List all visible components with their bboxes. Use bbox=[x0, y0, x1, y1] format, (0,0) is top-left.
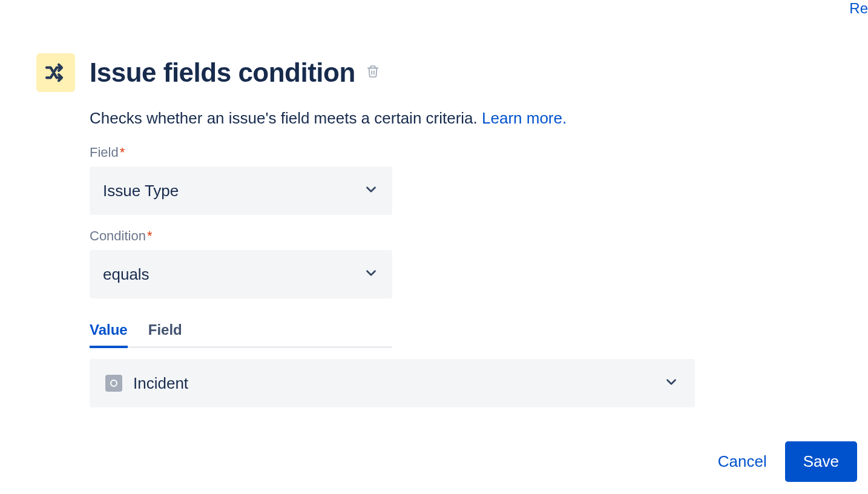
field-select[interactable]: Issue Type bbox=[90, 166, 392, 215]
condition-label: Condition* bbox=[90, 228, 832, 244]
description-text: Checks whether an issue's field meets a … bbox=[90, 109, 482, 127]
condition-type-icon-box bbox=[36, 53, 75, 92]
field-select-value: Issue Type bbox=[103, 182, 179, 200]
required-indicator: * bbox=[120, 145, 125, 160]
shuffle-icon bbox=[44, 61, 68, 85]
condition-select-value: equals bbox=[103, 265, 150, 284]
required-indicator: * bbox=[147, 228, 153, 243]
cancel-button[interactable]: Cancel bbox=[718, 452, 767, 471]
header-row: Issue fields condition bbox=[36, 53, 832, 92]
value-select-left: Incident bbox=[105, 374, 188, 393]
issue-type-icon bbox=[105, 375, 122, 392]
field-label-text: Field bbox=[90, 145, 119, 160]
field-label: Field* bbox=[90, 145, 832, 160]
page-title: Issue fields condition bbox=[90, 58, 355, 88]
value-select[interactable]: Incident bbox=[90, 359, 695, 407]
delete-icon[interactable] bbox=[366, 64, 380, 81]
title-wrap: Issue fields condition bbox=[90, 58, 380, 88]
chevron-down-icon bbox=[363, 265, 379, 283]
top-right-partial-link[interactable]: Re bbox=[849, 0, 868, 17]
content-area: Checks whether an issue's field meets a … bbox=[90, 109, 832, 407]
condition-label-text: Condition bbox=[90, 228, 146, 243]
description: Checks whether an issue's field meets a … bbox=[90, 109, 832, 128]
chevron-down-icon bbox=[363, 182, 379, 200]
condition-select[interactable]: equals bbox=[90, 250, 392, 298]
chevron-down-icon bbox=[663, 374, 679, 392]
condition-form-group: Condition* equals bbox=[90, 228, 832, 298]
save-button[interactable]: Save bbox=[785, 441, 857, 482]
learn-more-link[interactable]: Learn more. bbox=[482, 109, 567, 127]
tab-field[interactable]: Field bbox=[148, 321, 182, 348]
footer-actions: Cancel Save bbox=[718, 441, 857, 482]
main-container: Issue fields condition Checks whether an… bbox=[0, 0, 868, 407]
value-select-text: Incident bbox=[133, 374, 188, 393]
tab-value[interactable]: Value bbox=[90, 321, 128, 348]
field-form-group: Field* Issue Type bbox=[90, 145, 832, 215]
tabs: Value Field bbox=[90, 321, 392, 348]
